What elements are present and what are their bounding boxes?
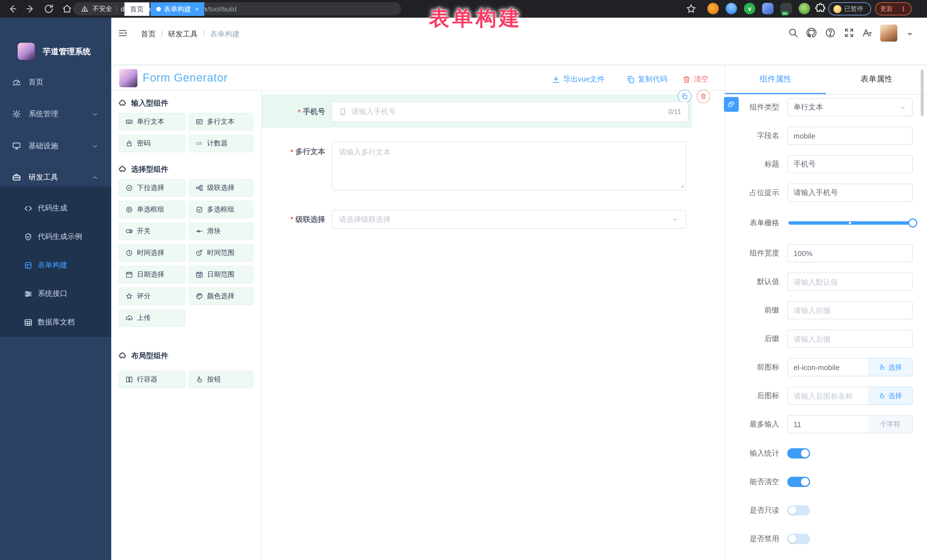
sidebar-item-db-doc[interactable]: 数据库文档 xyxy=(0,310,111,335)
component-button[interactable]: 按钮 xyxy=(189,371,253,389)
user-caret-icon[interactable] xyxy=(906,31,913,38)
back-icon[interactable] xyxy=(7,3,18,14)
help-icon[interactable] xyxy=(825,27,836,38)
prefix-icon-choose-button[interactable]: 选择 xyxy=(868,358,913,376)
profile-paused-chip[interactable]: 已暂停 xyxy=(828,2,871,15)
copy-code-button[interactable]: 复制代码 xyxy=(626,74,667,84)
extensions-puzzle-icon[interactable] xyxy=(815,3,826,14)
sidebar-item-infra[interactable]: 基础设施 xyxy=(0,134,111,159)
field-name-input[interactable] xyxy=(787,127,913,145)
font-size-icon[interactable] xyxy=(862,27,873,38)
suffix-icon-choose-button[interactable]: 选择 xyxy=(868,387,913,405)
sidebar-item-api[interactable]: 系统接口 xyxy=(0,281,111,306)
user-avatar[interactable] xyxy=(880,24,897,42)
sidebar-item-form-builder[interactable]: 表单构建 xyxy=(0,253,111,278)
component-time-picker[interactable]: 时间选择 xyxy=(119,244,185,262)
component-width-input[interactable] xyxy=(787,244,913,262)
form-grid-slider[interactable] xyxy=(789,221,913,225)
component-row-container[interactable]: 行容器 xyxy=(119,371,185,389)
component-radio-group[interactable]: 单选框组 xyxy=(119,201,185,219)
extension-icon[interactable] xyxy=(799,3,810,14)
component-rate[interactable]: 评分 xyxy=(119,287,185,305)
delete-field-button[interactable] xyxy=(696,90,710,103)
upload-cloud-icon xyxy=(126,314,133,322)
disabled-toggle[interactable] xyxy=(787,534,810,544)
component-label: 单选框组 xyxy=(137,205,164,214)
export-label: 导出vue文件 xyxy=(563,74,605,84)
max-length-input[interactable] xyxy=(787,415,869,433)
component-switch[interactable]: 开关 xyxy=(119,222,185,240)
prefix-icon-input[interactable] xyxy=(787,358,869,376)
suffix-icon-input[interactable] xyxy=(787,387,869,405)
component-type-select[interactable]: 单行文本 xyxy=(787,98,913,116)
component-time-range[interactable]: 时间范围 xyxy=(189,244,253,262)
extension-icon[interactable] xyxy=(707,3,719,14)
phone-input[interactable]: 请输入手机号 0/11 xyxy=(331,102,688,122)
component-date-picker[interactable]: 日期选择 xyxy=(119,266,185,284)
trash-icon xyxy=(700,93,707,100)
tag-form-builder[interactable]: 表单构建 × xyxy=(150,2,205,16)
component-single-text[interactable]: 单行文本 xyxy=(119,113,185,131)
breadcrumb-home[interactable]: 首页 xyxy=(141,29,156,39)
sidebar-item-system[interactable]: 系统管理 xyxy=(0,102,111,127)
clear-button[interactable]: 清空 xyxy=(682,74,708,84)
input-stats-toggle[interactable] xyxy=(787,448,810,458)
sidebar-item-devtools[interactable]: 研发工具 xyxy=(0,165,111,190)
bookmark-star-icon[interactable] xyxy=(686,3,696,14)
sidebar-item-codegen-demo[interactable]: 代码生成示例 xyxy=(0,224,111,249)
component-color-picker[interactable]: 颜色选择 xyxy=(189,287,253,305)
browser-update-chip[interactable]: 更新 xyxy=(875,2,912,15)
extension-icon[interactable]: on xyxy=(780,3,792,14)
tag-label: 表单构建 xyxy=(164,4,191,14)
address-bar[interactable]: 不安全 dashboard.yudao.iocoder.cn/tool/buil… xyxy=(73,2,401,15)
extension-icon[interactable] xyxy=(726,3,737,14)
component-select[interactable]: 下拉选择 xyxy=(119,179,185,197)
counter-123-icon: 123 xyxy=(196,140,203,147)
panel-scrollbar[interactable] xyxy=(921,70,924,116)
suffix-input[interactable] xyxy=(787,329,913,348)
tab-form-props[interactable]: 表单属性 xyxy=(826,64,927,94)
cascader-input[interactable]: 请选择级联选择 xyxy=(331,210,686,229)
slider-handle[interactable] xyxy=(908,219,917,228)
radio-icon xyxy=(126,206,133,213)
cascader-placeholder: 请选择级联选择 xyxy=(339,214,391,225)
extension-icon[interactable]: v xyxy=(744,3,755,14)
duplicate-field-button[interactable] xyxy=(678,90,691,103)
placeholder-input[interactable] xyxy=(787,184,913,202)
resize-handle-icon[interactable] xyxy=(678,182,685,189)
max-length-unit: 个字符 xyxy=(868,415,913,433)
sidebar-item-home[interactable]: 首页 xyxy=(0,70,111,95)
textarea-input[interactable]: 请输入多行文本 xyxy=(331,141,686,190)
tag-home[interactable]: 首页 xyxy=(125,2,149,16)
component-slider[interactable]: 滑块 xyxy=(189,222,253,240)
home-icon[interactable] xyxy=(62,3,73,14)
sidebar-item-label: 研发工具 xyxy=(29,172,58,182)
reload-icon[interactable] xyxy=(43,3,54,14)
breadcrumb-devtools[interactable]: 研发工具 xyxy=(168,29,198,39)
fullscreen-icon[interactable] xyxy=(844,27,854,38)
component-upload[interactable]: 上传 xyxy=(119,309,185,327)
component-textarea[interactable]: 多行文本 xyxy=(189,113,253,131)
title-input[interactable] xyxy=(787,155,913,173)
section-title: 输入型组件 xyxy=(131,98,168,108)
component-cascader[interactable]: 级联选择 xyxy=(189,179,253,197)
address-divider xyxy=(116,5,117,12)
clearable-toggle[interactable] xyxy=(787,477,810,487)
component-date-range[interactable]: 日期范围 xyxy=(189,266,253,284)
hamburger-icon[interactable] xyxy=(117,28,128,38)
component-checkbox-group[interactable]: 多选框组 xyxy=(189,201,253,219)
tag-close-icon[interactable]: × xyxy=(195,6,199,12)
github-icon[interactable] xyxy=(806,27,817,38)
extension-icon[interactable] xyxy=(762,3,774,14)
kebab-menu-icon[interactable] xyxy=(900,6,906,12)
component-password[interactable]: 密码 xyxy=(119,135,185,152)
forward-icon[interactable] xyxy=(25,3,36,14)
component-counter[interactable]: 123计数器 xyxy=(189,135,253,152)
search-icon[interactable] xyxy=(788,27,799,38)
readonly-toggle[interactable] xyxy=(787,505,810,516)
default-value-input[interactable] xyxy=(787,273,913,291)
export-vue-button[interactable]: 导出vue文件 xyxy=(552,74,605,84)
tab-component-props[interactable]: 组件属性 xyxy=(725,64,826,94)
prefix-input[interactable] xyxy=(787,301,913,319)
sidebar-item-codegen[interactable]: 代码生成 xyxy=(0,196,111,221)
